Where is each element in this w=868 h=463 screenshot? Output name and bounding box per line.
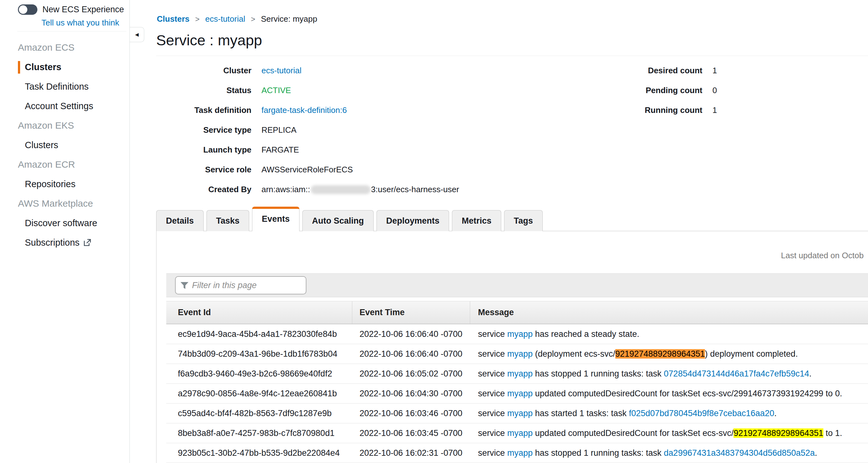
message-cell: service myapp has started 1 tasks: task … (470, 409, 868, 418)
sidebar-divider (17, 31, 126, 31)
field-value-pending-count: 0 (712, 86, 717, 95)
nav-section-aws-marketplace: AWS Marketplace (18, 194, 126, 213)
event-id-cell: f6a9cdb3-9460-49e3-b2c6-98669e40fdf2 (166, 369, 352, 379)
event-id-cell: a2978c90-0856-4a8e-9f4c-12eae260841b (166, 389, 352, 399)
sidebar-item-label: Task Definitions (25, 82, 89, 91)
external-link-icon (83, 238, 91, 247)
search-highlight: 9219274889298964351 (734, 428, 823, 438)
message-link[interactable]: 072854d473144d46a17fa4c7efb59c14 (664, 369, 809, 378)
field-row-pending-count: Pending count0 (613, 81, 717, 100)
message-text: . (809, 369, 812, 378)
table-row: 8beb3a8f-a0e7-4257-983b-c7fc870980d12022… (166, 423, 868, 443)
tab-metrics[interactable]: Metrics (452, 210, 501, 231)
sidebar-collapse-button[interactable]: ◀ (130, 27, 144, 42)
ecs-console-screen: New ECS Experience Tell us what you thin… (0, 0, 868, 463)
field-value-task-definition[interactable]: fargate-task-definition:6 (261, 105, 347, 115)
tab-events[interactable]: Events (252, 207, 300, 231)
table-row: 74bb3d09-c209-43a1-96be-1db1f6783b042022… (166, 344, 868, 364)
breadcrumb-separator-icon: > (195, 15, 199, 24)
table-row: f6a9cdb3-9460-49e3-b2c6-98669e40fdf22022… (166, 364, 868, 384)
message-link[interactable]: myapp (507, 349, 533, 358)
message-text: service (478, 349, 507, 358)
filter-toolbar (166, 273, 868, 297)
sidebar-item-clusters[interactable]: Clusters (18, 135, 126, 155)
search-highlight: 9219274889298964351 (615, 349, 705, 358)
field-row-service-role: Service roleAWSServiceRoleForECS (156, 160, 459, 180)
sidebar: New ECS Experience Tell us what you thin… (0, 0, 130, 463)
message-text: service (478, 409, 507, 418)
message-text: has stopped 1 running tasks: task (533, 369, 664, 378)
event-time-cell: 2022-10-06 16:02:31 -0700 (352, 448, 470, 458)
message-cell: service myapp updated computedDesiredCou… (470, 428, 868, 438)
event-id-cell: 923b05c1-30b2-47bb-b535-9d2be22084e4 (166, 448, 352, 458)
message-link[interactable]: f025d07bd780454b9f8e7cebac16aa20 (629, 409, 774, 418)
collapse-left-arrow-icon: ◀ (135, 32, 139, 37)
message-text: to 1. (824, 428, 842, 438)
new-ecs-experience-label: New ECS Experience (42, 5, 124, 15)
tab-bar: DetailsTasksEventsAuto ScalingDeployment… (156, 206, 868, 231)
message-link[interactable]: myapp (507, 409, 533, 418)
events-table-header: Event IdEvent TimeMessage (166, 301, 868, 324)
table-row: c595ad4c-bf4f-482b-8563-7df9c1287e9b2022… (166, 404, 868, 423)
message-cell: service myapp has stopped 1 running task… (470, 448, 868, 458)
title-divider (156, 56, 868, 56)
sidebar-item-subscriptions[interactable]: Subscriptions (18, 233, 126, 252)
filter-box (175, 276, 306, 294)
message-cell: service myapp (deployment ecs-svc/921927… (470, 349, 868, 359)
message-text: service (478, 428, 507, 438)
breadcrumb-clusters[interactable]: Clusters (157, 14, 189, 24)
field-label: Launch type (156, 145, 251, 155)
field-row-created-by: Created Byarn:aws:iam::3:user/ecs-harnes… (156, 180, 459, 199)
page-title: Service : myapp (156, 31, 262, 49)
field-value-cluster[interactable]: ecs-tutorial (261, 66, 301, 76)
sidebar-nav: Amazon ECSClustersTask DefinitionsAccoun… (18, 38, 126, 252)
event-time-cell: 2022-10-06 16:06:40 -0700 (352, 349, 470, 359)
breadcrumb-service-myapp: Service: myapp (261, 14, 317, 24)
message-link[interactable]: myapp (507, 369, 533, 378)
sidebar-item-discover-software[interactable]: Discover software (18, 213, 126, 233)
column-header-event-time: Event Time (352, 301, 470, 324)
filter-funnel-icon (180, 282, 189, 290)
field-row-task-definition: Task definitionfargate-task-definition:6 (156, 100, 459, 120)
field-label: Running count (613, 105, 702, 115)
toggle-knob-icon (19, 5, 27, 14)
message-link[interactable]: da29967431a3483794304d56d850a52a (664, 448, 815, 458)
field-label: Service type (156, 125, 251, 135)
message-link[interactable]: myapp (507, 448, 533, 458)
message-link[interactable]: myapp (507, 329, 533, 339)
breadcrumb-ecs-tutorial[interactable]: ecs-tutorial (205, 14, 245, 24)
tab-tags[interactable]: Tags (504, 210, 543, 231)
filter-input[interactable] (175, 276, 306, 294)
tab-auto-scaling[interactable]: Auto Scaling (302, 210, 374, 231)
sidebar-item-label: Discover software (25, 218, 97, 228)
sidebar-item-task-definitions[interactable]: Task Definitions (18, 77, 126, 96)
tab-details[interactable]: Details (156, 210, 204, 231)
events-table: Event IdEvent TimeMessage ec9e1d94-9aca-… (166, 301, 868, 463)
tab-tasks[interactable]: Tasks (207, 210, 250, 231)
field-row-running-count: Running count1 (613, 100, 717, 120)
service-details-counts: Desired count1Pending count0Running coun… (613, 61, 717, 120)
events-table-body: ec9e1d94-9aca-45b4-a4a1-7823030fe84b2022… (166, 324, 868, 463)
message-text: . (774, 409, 777, 418)
field-value-service-type: REPLICA (261, 125, 296, 135)
field-label: Cluster (156, 66, 251, 76)
feedback-link[interactable]: Tell us what you think (41, 18, 119, 28)
field-label: Service role (156, 165, 251, 175)
sidebar-item-repositories[interactable]: Repositories (18, 174, 126, 194)
message-text: has reached a steady state. (533, 329, 639, 339)
message-text: (deployment ecs-svc/ (533, 349, 615, 358)
nav-section-amazon-eks: Amazon EKS (18, 116, 126, 135)
sidebar-item-account-settings[interactable]: Account Settings (18, 96, 126, 116)
sidebar-item-clusters[interactable]: Clusters (18, 57, 126, 77)
field-row-service-type: Service typeREPLICA (156, 120, 459, 140)
tab-deployments[interactable]: Deployments (376, 210, 450, 231)
table-row: 923b05c1-30b2-47bb-b535-9d2be22084e42022… (166, 443, 868, 463)
message-link[interactable]: myapp (507, 428, 533, 438)
new-ecs-experience-toggle[interactable] (18, 4, 37, 15)
message-text: updated computedDesiredCount for taskSet… (533, 428, 734, 438)
message-link[interactable]: myapp (507, 389, 533, 398)
field-label: Pending count (613, 86, 702, 95)
event-id-cell: 8beb3a8f-a0e7-4257-983b-c7fc870980d1 (166, 428, 352, 438)
nav-section-amazon-ecr: Amazon ECR (18, 155, 126, 174)
message-text: service (478, 448, 507, 458)
